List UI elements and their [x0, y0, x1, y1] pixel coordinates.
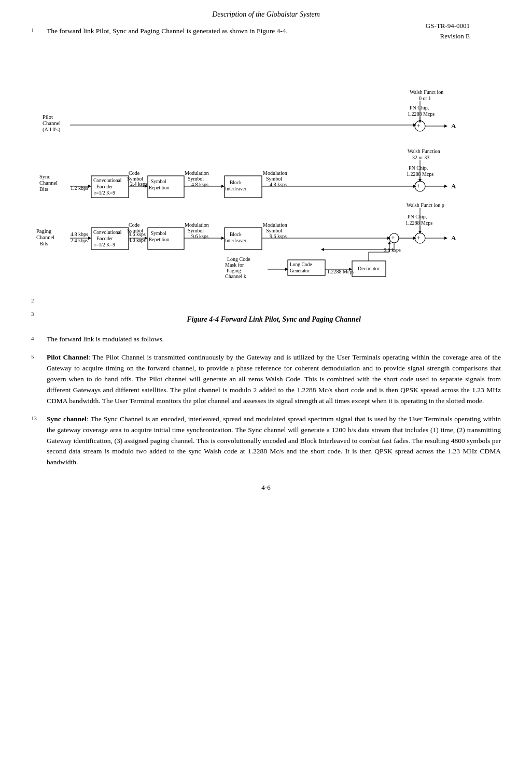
- svg-text:4.8 kbps: 4.8 kbps: [71, 231, 88, 237]
- svg-text:Symbol: Symbol: [266, 228, 282, 233]
- line-2: 2: [31, 296, 501, 307]
- svg-text:2.4 kbps: 2.4 kbps: [71, 238, 88, 243]
- svg-marker-66: [88, 237, 91, 240]
- svg-marker-89: [387, 237, 390, 240]
- line-4: 4 The forward link is modulated as follo…: [31, 334, 501, 345]
- svg-text:Repetition: Repetition: [149, 237, 170, 242]
- svg-text:Paging: Paging: [36, 228, 52, 234]
- sync-channel-heading: Sync channel: [47, 415, 87, 423]
- svg-text:2.4 ksps: 2.4 ksps: [130, 181, 147, 187]
- svg-marker-81: [221, 237, 225, 240]
- svg-text:Channel: Channel: [43, 120, 61, 126]
- svg-text:A: A: [451, 234, 456, 242]
- svg-text:Encoder: Encoder: [96, 236, 113, 241]
- svg-text:Pilot: Pilot: [43, 114, 53, 120]
- svg-text:Block: Block: [230, 232, 242, 237]
- figure-4-4-diagram: Pilot Channel (All 0's) Walsh Funct ion …: [31, 42, 501, 291]
- svg-marker-57: [444, 185, 447, 188]
- svg-text:32 or 33: 32 or 33: [412, 155, 429, 160]
- svg-text:Symbol: Symbol: [188, 176, 204, 182]
- svg-text:4.8 ksps: 4.8 ksps: [191, 182, 208, 187]
- doc-id: GS-TR-94-0001 Revision E: [426, 21, 470, 41]
- line-3-caption: 3 Figure 4-4 Forward Link Pilot, Sync an…: [31, 310, 501, 331]
- page-footer: 4-6: [31, 483, 501, 492]
- svg-text:Code: Code: [129, 222, 140, 228]
- svg-marker-118: [388, 241, 391, 244]
- svg-text:Channel: Channel: [39, 180, 58, 186]
- svg-text:A: A: [451, 122, 456, 130]
- svg-text:Modulation: Modulation: [263, 170, 287, 176]
- svg-text:9.6 ksps: 9.6 ksps: [191, 233, 208, 239]
- svg-text:Interleaver: Interleaver: [225, 238, 247, 243]
- svg-text:Modulation: Modulation: [185, 170, 209, 176]
- svg-text:Symbol: Symbol: [151, 231, 166, 236]
- svg-text:9.6 ksps: 9.6 ksps: [270, 233, 287, 239]
- svg-text:Paging: Paging: [227, 268, 241, 273]
- svg-text:Walsh Funct ion: Walsh Funct ion: [410, 89, 443, 95]
- svg-text:Code: Code: [129, 170, 140, 176]
- svg-marker-100: [321, 248, 324, 251]
- svg-text:4.8 ksps: 4.8 ksps: [129, 237, 146, 243]
- svg-text:Symbol: Symbol: [188, 228, 204, 233]
- svg-text:1.2288 Mcps: 1.2288 Mcps: [408, 111, 435, 117]
- svg-text:+: +: [391, 234, 395, 242]
- svg-text:Walsh Function: Walsh Function: [408, 148, 440, 154]
- svg-text:Decimator: Decimator: [358, 266, 380, 271]
- svg-text:r=1/2 K=9: r=1/2 K=9: [94, 242, 115, 247]
- svg-text:PN Chip,: PN Chip,: [408, 214, 427, 219]
- svg-marker-22: [88, 185, 91, 188]
- svg-text:PN Chip,: PN Chip,: [410, 105, 429, 110]
- svg-text:(All 0's): (All 0's): [43, 127, 61, 133]
- svg-text:Modulation: Modulation: [263, 222, 287, 228]
- svg-text:0 or 1: 0 or 1: [419, 95, 431, 101]
- svg-text:Long Code: Long Code: [290, 262, 312, 267]
- svg-text:Channel: Channel: [36, 234, 54, 240]
- svg-text:Symbol: Symbol: [151, 179, 166, 184]
- pilot-channel-heading: Pilot Channel: [47, 353, 88, 361]
- svg-text:Repetition: Repetition: [149, 185, 170, 190]
- page-header: Description of the Globalstar System: [31, 10, 501, 19]
- svg-text:9.6 ksps: 9.6 ksps: [129, 231, 146, 237]
- svg-text:+: +: [417, 234, 421, 242]
- svg-text:Bits: Bits: [39, 241, 48, 246]
- svg-marker-127: [444, 237, 447, 240]
- svg-text:Block: Block: [230, 180, 242, 185]
- svg-marker-14: [444, 125, 447, 128]
- svg-text:Encoder: Encoder: [96, 184, 113, 189]
- svg-text:4.8 ksps: 4.8 ksps: [270, 182, 287, 187]
- svg-text:1.2288 Mcps: 1.2288 Mcps: [405, 220, 432, 226]
- svg-text:Long Code: Long Code: [227, 256, 250, 262]
- svg-text:r=1/2 K=9: r=1/2 K=9: [94, 190, 115, 196]
- pilot-channel-paragraph: 5 Pilot Channel: The Pilot Channel is tr…: [31, 352, 501, 407]
- svg-text:Channel  k: Channel k: [225, 273, 246, 279]
- svg-text:A: A: [451, 182, 456, 190]
- svg-text:Sync: Sync: [39, 174, 50, 179]
- svg-marker-36: [221, 185, 225, 188]
- svg-text:+: +: [417, 183, 421, 190]
- svg-text:Interleaver: Interleaver: [225, 186, 247, 191]
- svg-text:PN Chip,: PN Chip,: [409, 165, 428, 171]
- svg-text:Convolutional: Convolutional: [93, 230, 122, 235]
- svg-text:Convolutional: Convolutional: [93, 178, 122, 183]
- svg-text:Symbol: Symbol: [266, 176, 282, 182]
- svg-text:Walsh Funct ion p: Walsh Funct ion p: [407, 202, 444, 208]
- svg-text:+: +: [417, 122, 421, 130]
- svg-text:Modulation: Modulation: [185, 222, 209, 228]
- sync-channel-paragraph: 13 Sync channel: The Sync Channel is an …: [31, 414, 501, 468]
- svg-text:Mask for: Mask for: [225, 262, 244, 268]
- svg-text:Bits: Bits: [39, 186, 48, 192]
- svg-text:Generator: Generator: [290, 268, 310, 273]
